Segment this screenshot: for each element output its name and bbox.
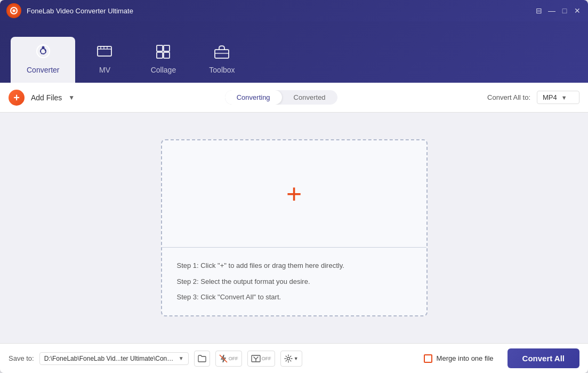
open-folder-button[interactable]: [194, 351, 210, 367]
svg-rect-2: [98, 46, 111, 56]
add-files-label: Add Files: [31, 93, 62, 102]
minimize-button[interactable]: —: [547, 6, 556, 15]
converter-icon: [35, 43, 51, 61]
save-path-value: D:\FoneLab\FoneLab Vid...ter Ultimate\Co…: [44, 355, 175, 362]
settings2-off-label: OFF: [262, 356, 271, 361]
save-to-label: Save to:: [9, 354, 34, 362]
settings-button[interactable]: ▼: [280, 351, 302, 367]
format-dropdown-arrow: ▼: [561, 94, 567, 101]
convert-all-to-text: Convert All to:: [487, 93, 530, 101]
gear-dropdown-arrow: ▼: [294, 356, 299, 361]
svg-rect-7: [157, 45, 163, 51]
svg-rect-9: [157, 52, 163, 58]
tab-converter[interactable]: Converter: [11, 37, 75, 83]
save-path-selector[interactable]: D:\FoneLab\FoneLab Vid...ter Ultimate\Co…: [39, 352, 189, 365]
tab-group: Converting Converted: [225, 90, 337, 105]
tab-mv[interactable]: MV: [75, 38, 134, 83]
toolbar: + Add Files ▼ Converting Converted Conve…: [0, 83, 588, 113]
flash-off-label: OFF: [229, 356, 238, 361]
convert-all-to-label: Convert All to:: [487, 93, 530, 101]
titlebar: FoneLab Video Converter Ultimate ⊟ — □ ✕: [0, 0, 588, 21]
converted-tab[interactable]: Converted: [282, 90, 337, 105]
merge-checkbox[interactable]: [424, 354, 432, 363]
app-logo: [6, 3, 21, 18]
format-selector[interactable]: MP4 ▼: [537, 91, 579, 104]
format-value: MP4: [543, 93, 557, 101]
tab-collage[interactable]: Collage: [134, 38, 192, 83]
toolbox-tab-label: Toolbox: [209, 66, 235, 74]
converter-tab-label: Converter: [27, 66, 59, 74]
merge-checkbox-area: Merge into one file: [424, 354, 494, 363]
app-window: FoneLab Video Converter Ultimate ⊟ — □ ✕…: [0, 0, 588, 373]
settings2-icon: [251, 354, 261, 363]
convert-all-button[interactable]: Convert All: [508, 348, 579, 368]
add-files-button[interactable]: +: [9, 90, 25, 106]
maximize-button[interactable]: □: [560, 6, 569, 15]
svg-rect-10: [164, 52, 170, 58]
drop-zone-plus-area[interactable]: +: [162, 140, 426, 247]
gear-icon: [284, 354, 293, 363]
navbar: Converter MV: [0, 21, 588, 83]
settings2-button[interactable]: OFF: [247, 351, 275, 367]
collage-tab-label: Collage: [151, 66, 176, 74]
instruction-step2: Step 2: Select the output format you des…: [177, 276, 412, 287]
logo-inner: [10, 7, 18, 14]
main-content: + Step 1: Click "+" to add files or drag…: [0, 113, 588, 343]
converting-tab[interactable]: Converting: [225, 90, 282, 105]
app-title: FoneLab Video Converter Ultimate: [27, 7, 535, 15]
folder-icon: [198, 355, 206, 362]
plus-icon: +: [286, 180, 302, 207]
mv-icon: [96, 44, 112, 61]
merge-label: Merge into one file: [437, 354, 494, 362]
instruction-step3: Step 3: Click "Convert All" to start.: [177, 292, 412, 303]
mv-tab-label: MV: [99, 66, 110, 74]
bottombar: Save to: D:\FoneLab\FoneLab Vid...ter Ul…: [0, 343, 588, 373]
close-button[interactable]: ✕: [573, 6, 582, 15]
add-files-dropdown-arrow[interactable]: ▼: [68, 94, 75, 101]
flash-off-button[interactable]: OFF: [215, 351, 242, 367]
toolbox-icon: [214, 44, 230, 61]
drop-zone-instructions: Step 1: Click "+" to add files or drag t…: [162, 248, 426, 315]
collage-icon: [156, 44, 171, 61]
save-path-dropdown-arrow: ▼: [179, 355, 184, 361]
drop-zone[interactable]: + Step 1: Click "+" to add files or drag…: [161, 139, 428, 316]
caption-button[interactable]: ⊟: [535, 6, 543, 15]
svg-rect-11: [215, 50, 229, 58]
instruction-step1: Step 1: Click "+" to add files or drag t…: [177, 260, 412, 271]
svg-rect-8: [164, 45, 170, 51]
tab-toolbox[interactable]: Toolbox: [192, 38, 251, 83]
window-controls: ⊟ — □ ✕: [535, 6, 582, 15]
flash-off-icon: [219, 354, 228, 363]
svg-point-16: [287, 357, 289, 360]
